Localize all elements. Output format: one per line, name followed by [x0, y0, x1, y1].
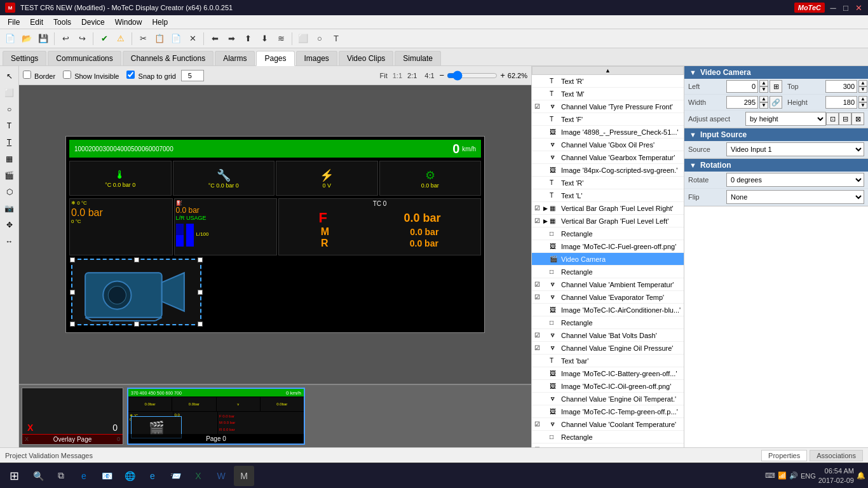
flip-select[interactable]: None Horizontal Vertical Both	[726, 190, 864, 204]
notification-btn[interactable]: 🔔	[857, 471, 865, 480]
paste-btn[interactable]: 📄	[168, 31, 184, 46]
resize-handle-t[interactable]	[134, 257, 139, 262]
resize-handle-r[interactable]	[198, 290, 203, 295]
left-input[interactable]	[726, 80, 758, 93]
height-input[interactable]	[825, 96, 857, 109]
list-item[interactable]: ☑⛛Channel Value 'Tyre Pressure Front'	[532, 100, 684, 113]
associations-tab[interactable]: Associations	[810, 450, 863, 461]
list-item[interactable]: ⛛Channel Value 'Gearbox Temperatur'	[532, 151, 684, 164]
canvas-content[interactable]: 1000 2000 3000 4000 5000 6000 7000 0 km/…	[19, 85, 531, 384]
search-btn[interactable]: 🔍	[28, 466, 48, 486]
height-spin-up[interactable]: ▲	[858, 96, 867, 102]
width-link-btn[interactable]: 🔗	[770, 96, 782, 109]
validate-btn[interactable]: ✔	[97, 31, 112, 46]
undo-btn[interactable]: ↩	[58, 31, 73, 46]
list-item[interactable]: TText 'R'	[532, 177, 684, 189]
list-item[interactable]: 🖼Image 'MoTeC-IC-Fuel-green-off.png'	[532, 240, 684, 253]
list-item-check[interactable]: ☑	[534, 446, 543, 447]
tab-settings[interactable]: Settings	[3, 51, 46, 65]
start-button[interactable]: ⊞	[3, 464, 25, 487]
collapse-btn[interactable]: ▼	[689, 69, 696, 76]
rect-draw-tool[interactable]: ⬜	[2, 85, 17, 100]
chrome-btn[interactable]: 🌐	[119, 466, 140, 486]
motec-taskbar-btn[interactable]: M	[234, 466, 254, 486]
word-btn[interactable]: W	[211, 466, 231, 486]
edge-btn[interactable]: e	[74, 466, 94, 486]
list-item[interactable]: 🖼Image 'MoTeC-IC-Oil-green-off.png'	[532, 380, 684, 393]
list-item[interactable]: ☑▶▦Vertical Bar Graph 'Fuel Level Right'	[532, 202, 684, 215]
list-item[interactable]: 🖼Image '84px-Cog-scripted-svg-green.'	[532, 164, 684, 177]
open-btn[interactable]: 📂	[19, 31, 34, 46]
show-invisible-checkbox[interactable]	[63, 71, 71, 79]
top-spin-up[interactable]: ▲	[858, 80, 867, 86]
width-spin-down[interactable]: ▼	[759, 102, 768, 109]
adjust-right-btn[interactable]: ⊠	[851, 112, 864, 125]
redo-btn[interactable]: ↪	[74, 31, 90, 46]
list-item[interactable]: □Rectangle	[532, 227, 684, 240]
rotation-collapse[interactable]: ▼	[689, 161, 696, 169]
tab-videoclips[interactable]: Video Clips	[339, 51, 393, 65]
hex-tool[interactable]: ⬡	[2, 184, 17, 200]
list-item[interactable]: ☑▶▦Horizontal Bar Graph 'Engine Speed'	[532, 444, 684, 447]
adjust-left-btn[interactable]: ⊡	[826, 112, 839, 125]
list-item[interactable]: 🖼Image 'MoTeC-IC-AirConditioner-blu...'	[532, 304, 684, 316]
list-item[interactable]: 🖼Image '4898_-_Pressure_Check-51...'	[532, 126, 684, 139]
adjust-center-btn[interactable]: ⊟	[839, 112, 851, 125]
tab-images[interactable]: Images	[296, 51, 337, 65]
text-tool[interactable]: T	[329, 31, 344, 46]
outlook-btn[interactable]: 📧	[97, 466, 117, 486]
list-item-check[interactable]: ☑	[534, 332, 543, 339]
list-item[interactable]: TText 'M'	[532, 88, 684, 100]
fit-4-1[interactable]: 4:1	[422, 72, 437, 79]
menu-tools[interactable]: Tools	[48, 17, 76, 28]
tab-channels[interactable]: Channels & Functions	[123, 51, 214, 65]
list-item[interactable]: 🖼Image 'MoTeC-IC-Battery-green-off...'	[532, 367, 684, 380]
list-item[interactable]: TText 'R'	[532, 75, 684, 88]
maximize-button[interactable]: □	[841, 3, 850, 12]
select-tool[interactable]: ↖	[2, 69, 17, 84]
snap-checkbox[interactable]	[126, 71, 135, 79]
new-btn[interactable]: 📄	[3, 31, 18, 46]
rotate-select[interactable]: 0 degrees 90 degrees 180 degrees 270 deg…	[726, 173, 864, 187]
zoom-in-btn[interactable]: +	[500, 71, 505, 80]
tab-pages[interactable]: Pages	[256, 51, 294, 66]
list-item[interactable]: TText 'F'	[532, 113, 684, 126]
list-item-expand[interactable]: ▶	[543, 218, 550, 224]
list-item[interactable]: □Rectangle	[532, 316, 684, 329]
mail-btn[interactable]: 📨	[165, 466, 186, 486]
ellipse-tool[interactable]: ○	[312, 31, 327, 46]
list-item-expand[interactable]: ▶	[543, 205, 550, 212]
list-item[interactable]: TText 'bar'	[532, 355, 684, 367]
list-item[interactable]: ☑⛛Channel Value 'Coolant Temperature'	[532, 418, 684, 431]
grid-tool[interactable]: ▦	[2, 151, 17, 166]
task-view-btn[interactable]: ⧉	[51, 466, 71, 486]
warn-btn[interactable]: ⚠	[113, 31, 128, 46]
width-input[interactable]	[726, 96, 758, 109]
menu-window[interactable]: Window	[110, 17, 147, 28]
list-item[interactable]: ☑⛛Channel Value 'Bat Volts Dash'	[532, 329, 684, 342]
distribute-btn[interactable]: ≋	[273, 31, 288, 46]
list-item[interactable]: □Rectangle	[532, 431, 684, 444]
tab-simulate[interactable]: Simulate	[395, 51, 441, 65]
resize-handle-tr[interactable]	[198, 257, 203, 262]
list-item[interactable]: TText 'L'	[532, 189, 684, 202]
border-checkbox[interactable]	[23, 71, 31, 79]
list-item[interactable]: ☑▶▦Vertical Bar Graph 'Fuel Level Left'	[532, 215, 684, 227]
page0-thumb[interactable]: 370 400 450 500 600 700 0 km/h 0.0bar 0.…	[127, 388, 305, 445]
overlay-page-thumb[interactable]: X 0 X 0 Overlay Page	[22, 388, 123, 445]
minimize-button[interactable]: ─	[829, 3, 837, 12]
height-spin-down[interactable]: ▼	[858, 102, 867, 109]
close-button[interactable]: ✕	[854, 3, 863, 12]
fit-2-1[interactable]: 2:1	[405, 72, 419, 79]
ellipse-draw-tool[interactable]: ○	[2, 102, 17, 117]
list-scroll-up[interactable]: ▲	[532, 66, 684, 75]
down-btn[interactable]: ⬇	[257, 31, 272, 46]
list-item-expand[interactable]: ▶	[543, 447, 550, 448]
list-item-check[interactable]: ☑	[534, 294, 543, 301]
right-btn[interactable]: ➡	[224, 31, 239, 46]
rect-tool[interactable]: ⬜	[295, 31, 311, 46]
tab-communications[interactable]: Communications	[48, 51, 121, 65]
video-tool[interactable]: 🎬	[2, 168, 17, 183]
left-spin-up[interactable]: ▲	[759, 80, 768, 86]
list-item[interactable]: 🎬Video Camera	[532, 253, 684, 266]
